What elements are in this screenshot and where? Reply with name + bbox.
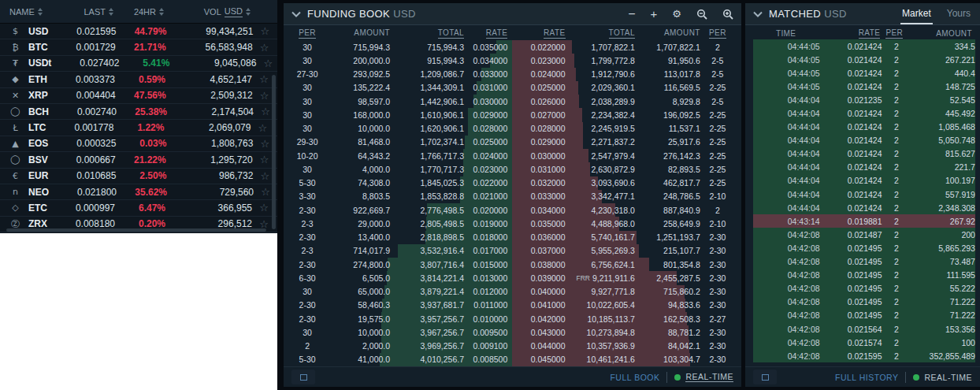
matched-trade-row[interactable]: 04:44:04 0.021424 2 100.197: [753, 174, 975, 188]
matched-trade-row[interactable]: 04:42:08 0.021595 2 352,855.489: [753, 349, 975, 362]
favorite-star-icon[interactable]: ☆: [253, 42, 277, 54]
funding-book-row[interactable]: 2-30 19,575.0 3,957,256.7 0.010000 0.042…: [290, 312, 735, 325]
matched-trade-row[interactable]: 04:44:05 0.021424 2 148.725: [753, 80, 975, 93]
ticker-row[interactable]: ◆ ETH 0.003373 0.59% 4,652,147 ☆: [0, 72, 277, 87]
funding-book-row[interactable]: 2-3 714,017.9 3,532,916.4 0.017000 0.037…: [290, 244, 735, 258]
funding-book-row[interactable]: 30 135,222.4 1,344,309.1 0.031000 0.0250…: [290, 81, 735, 95]
collapse-chevron-icon[interactable]: [291, 11, 301, 17]
ticker-col-24hr[interactable]: 24HR: [113, 7, 164, 17]
bid-col-amount[interactable]: AMOUNT: [354, 28, 390, 39]
collapse-chevron-icon[interactable]: [753, 11, 763, 17]
ticker-row[interactable]: ◇ ETC 0.000997 6.47% 366,955 ☆: [0, 200, 277, 216]
matched-trade-row[interactable]: 04:42:08 0.021495 2 73.487: [753, 255, 975, 269]
matched-trade-row[interactable]: 04:44:05 0.021424 2 267.221: [753, 53, 975, 66]
ticker-row[interactable]: ₮ USDt 0.027402 5.41% 9,045,086 ☆: [0, 56, 277, 72]
funding-book-row[interactable]: 30 4,000.0 1,770,717.3 0.023000 0.031000…: [290, 162, 735, 176]
ticker-row[interactable]: n NEO 0.021800 35.62% 729,560 ☆: [0, 184, 277, 200]
funding-book-row[interactable]: 30 65,000.0 3,879,221.4 0.012000 0.04000…: [290, 285, 735, 299]
funding-book-row[interactable]: 30 10,000.0 3,967,256.7 0.009500 0.04300…: [290, 325, 735, 339]
popout-icon[interactable]: [291, 370, 315, 384]
realtime-toggle[interactable]: REAL-TIME: [674, 372, 733, 382]
ask-amount: 1,251,193.7: [635, 232, 700, 242]
matched-trade-row[interactable]: 04:42:08 0.021495 2 71.222: [753, 309, 975, 322]
matched-trade-row[interactable]: 04:44:04 0.021235 2 52.545: [753, 93, 975, 106]
full-history-link[interactable]: FULL HISTORY: [835, 373, 899, 382]
ask-col-total[interactable]: TOTAL: [609, 28, 635, 39]
funding-book-row[interactable]: 29-30 81,468.0 1,702,374.1 0.025000 0.02…: [290, 136, 735, 149]
tab-market[interactable]: Market: [900, 3, 933, 24]
bid-col-per[interactable]: PER: [299, 28, 316, 39]
ticker-horizontal-scrollbar[interactable]: [6, 228, 266, 232]
funding-book-row[interactable]: 30 200,000.0 915,994.3 0.034000 0.023000…: [290, 54, 735, 67]
ticker-col-name[interactable]: NAME: [9, 7, 46, 17]
ticker-vertical-scrollbar[interactable]: [272, 75, 276, 229]
matched-col-rate[interactable]: RATE: [859, 28, 881, 39]
matched-trade-row[interactable]: 04:43:14 0.019881 2 267.92: [753, 214, 975, 228]
ticker-row[interactable]: $ USD 0.021595 44.79% 99,434,251 ☆: [0, 24, 277, 39]
matched-trade-row[interactable]: 04:42:08 0.021495 2 5,865.293: [753, 241, 975, 254]
matched-trade-row[interactable]: 04:44:04 0.021424 2 815.627: [753, 147, 975, 161]
matched-trade-row[interactable]: 04:42:08 0.021495 2 55.222: [753, 282, 975, 295]
matched-trade-row[interactable]: 04:44:04 0.021424 2 5,050.748: [753, 134, 975, 147]
funding-book-row[interactable]: 2-30 13,400.0 2,818,898.5 0.018000 0.036…: [290, 231, 735, 244]
matched-col-amount[interactable]: AMOUNT: [936, 29, 972, 38]
increase-precision-icon[interactable]: +: [651, 8, 658, 20]
popout-icon[interactable]: [753, 370, 777, 384]
funding-book-row[interactable]: 2 2,000.0 3,969,256.7 0.009100 0.044000 …: [290, 340, 735, 353]
matched-trade-row[interactable]: 04:42:08 0.021495 2 111.595: [753, 269, 975, 282]
matched-trade-row[interactable]: 04:42:08 0.021487 2 200: [753, 228, 975, 241]
matched-trade-row[interactable]: 04:42:08 0.021564 2 153.356: [753, 322, 975, 336]
ask-col-rate[interactable]: RATE: [544, 28, 566, 39]
funding-book-row[interactable]: 2-30 922,669.7 2,776,498.5 0.020000 0.03…: [290, 203, 735, 217]
ticker-row[interactable]: Ł LTC 0.001778 1.22% 2,069,079 ☆: [0, 120, 277, 136]
ask-col-per[interactable]: PER: [709, 28, 726, 39]
zoom-out-icon[interactable]: [696, 9, 707, 20]
matched-col-per[interactable]: PER: [885, 28, 903, 39]
ticker-col-vol-unit[interactable]: USD: [225, 6, 243, 17]
ticker-col-last[interactable]: LAST: [46, 7, 113, 17]
full-book-link[interactable]: FULL BOOK: [610, 373, 659, 382]
realtime-toggle[interactable]: REAL-TIME: [913, 373, 972, 382]
funding-book-row[interactable]: 27-30 293,092.5 1,209,086.7 0.033000 0.0…: [290, 68, 735, 81]
favorite-star-icon[interactable]: ☆: [256, 58, 277, 69]
ticker-row[interactable]: € EUR 0.010685 2.50% 986,732 ☆: [0, 169, 277, 184]
matched-trade-row[interactable]: 04:44:04 0.021424 2 221.7: [753, 161, 975, 174]
funding-book-row[interactable]: 10-20 64,343.2 1,766,717.3 0.024000 0.03…: [290, 149, 735, 162]
ticker-row[interactable]: ◯ BSV 0.000667 21.22% 1,295,720 ☆: [0, 152, 277, 168]
funding-book-row[interactable]: 3-30 8,803.5 1,853,828.8 0.021000 0.0330…: [290, 190, 735, 203]
matched-trade-row[interactable]: 04:44:05 0.021424 2 334.5: [753, 39, 975, 53]
trade-rate: 0.021424: [820, 109, 882, 118]
funding-book-row[interactable]: 6-30 6,505.0 3,814,221.4 0.013000 0.0390…: [290, 271, 735, 284]
matched-trade-row[interactable]: 04:44:04 0.021424 2 1,085.468: [753, 121, 975, 134]
funding-book-row[interactable]: 2-3 29,000.0 2,805,498.5 0.019000 0.0350…: [290, 217, 735, 230]
matched-trade-row[interactable]: 04:44:04 0.021424 2 2,348.308: [753, 201, 975, 214]
ticker-row[interactable]: ✕ XRP 0.004404 47.56% 2,509,312 ☆: [0, 88, 277, 104]
funding-book-row[interactable]: 30 168,000.0 1,610,906.1 0.029000 0.0270…: [290, 108, 735, 121]
funding-book-row[interactable]: 2-30 274,800.0 3,807,716.4 0.015000 0.03…: [290, 258, 735, 271]
funding-book-row[interactable]: 30 10,000.0 1,620,906.1 0.028000 0.02800…: [290, 122, 735, 136]
ticker-col-vol[interactable]: VOL USD: [164, 6, 251, 17]
ticker-row[interactable]: ▲ EOS 0.000325 0.03% 1,808,763 ☆: [0, 136, 277, 152]
funding-book-row[interactable]: 2-30 58,460.3 3,937,681.7 0.011000 0.041…: [290, 299, 735, 312]
ask-col-amount[interactable]: AMOUNT: [664, 28, 700, 39]
funding-book-row[interactable]: 5-30 41,000.0 4,010,256.7 0.008500 0.045…: [290, 353, 735, 366]
matched-trade-row[interactable]: 04:42:08 0.021495 2 71.222: [753, 295, 975, 309]
matched-trade-row[interactable]: 04:42:08 0.021574 2 100: [753, 336, 975, 349]
favorite-star-icon[interactable]: ☆: [251, 122, 274, 134]
decrease-precision-icon[interactable]: −: [628, 8, 635, 20]
settings-gear-icon[interactable]: ⚙: [672, 9, 681, 19]
ticker-row[interactable]: ₿ BTC 0.001729 21.71% 56,583,948 ☆: [0, 39, 277, 55]
funding-book-row[interactable]: 30 98,597.0 1,442,906.1 0.030000 0.02600…: [290, 95, 735, 108]
funding-book-row[interactable]: 5-30 74,308.0 1,845,025.3 0.022000 0.032…: [290, 176, 735, 190]
matched-trade-row[interactable]: 04:44:05 0.021424 2 440.4: [753, 66, 975, 80]
funding-book-row[interactable]: 30 715,994.3 715,994.3 0.035000 0.022000…: [290, 40, 735, 54]
matched-col-time[interactable]: TIME: [776, 29, 796, 38]
ticker-row[interactable]: ◯ BCH 0.002740 25.38% 2,174,504 ☆: [0, 104, 277, 120]
bid-col-rate[interactable]: RATE: [486, 28, 508, 39]
matched-trade-row[interactable]: 04:44:04 0.021424 2 445.492: [753, 106, 975, 120]
zoom-in-icon[interactable]: [722, 9, 733, 20]
bid-col-total[interactable]: TOTAL: [438, 28, 464, 39]
favorite-star-icon[interactable]: ☆: [253, 25, 277, 37]
matched-trade-row[interactable]: 04:44:04 0.021424 2 557.919: [753, 188, 975, 201]
tab-yours[interactable]: Yours: [945, 3, 972, 24]
